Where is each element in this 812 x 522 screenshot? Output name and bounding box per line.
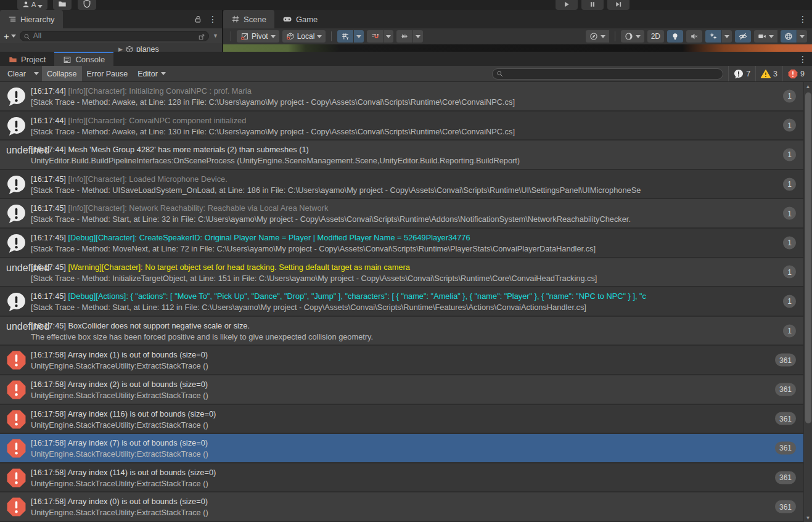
console-scrollbar[interactable]: ▲ ▼: [803, 82, 812, 522]
console-log-entry[interactable]: [16:17:58] Array index (0) is out of bou…: [0, 492, 812, 522]
scrollbar-up-arrow-icon[interactable]: ▲: [804, 82, 812, 91]
console-log-entry[interactable]: [16:17:45] [Info][Character]: Network Re…: [0, 199, 812, 229]
avatar-icon: [22, 1, 30, 8]
error-count: 9: [800, 70, 805, 78]
step-button[interactable]: [607, 0, 630, 10]
scrollbar-down-arrow-icon[interactable]: ▼: [804, 513, 812, 522]
lock-icon[interactable]: [194, 15, 202, 23]
camera-settings-button[interactable]: [754, 30, 777, 43]
console-log-entry[interactable]: [16:17:58] Array index (114) is out of b…: [0, 463, 812, 493]
log-count-badge: 361: [775, 383, 796, 396]
account-button[interactable]: A: [17, 0, 47, 10]
play-button[interactable]: [556, 0, 578, 10]
console-log-entry[interactable]: undefined[16:17:45] [Warning][Character]…: [0, 258, 812, 288]
console-log-entry[interactable]: undefined[16:17:45] BoxCollider does not…: [0, 317, 812, 346]
clear-dropdown[interactable]: [31, 66, 42, 81]
version-control-button[interactable]: [53, 0, 72, 10]
gizmos-button[interactable]: [781, 30, 797, 43]
console-log-entry[interactable]: [16:17:45] [Debug][Character]: CreateSpe…: [0, 229, 812, 258]
lighting-toggle-button[interactable]: [667, 30, 683, 43]
scroll-down-arrow-icon[interactable]: ▼: [213, 33, 218, 39]
tab-console[interactable]: Console: [54, 52, 113, 66]
console-log-entry[interactable]: [16:17:45] [Debug][Actions]: { "actions"…: [0, 287, 812, 317]
log-message: Array index (0) is out of bounds (size=0…: [68, 497, 208, 506]
2d-toggle-button[interactable]: 2D: [647, 30, 664, 43]
grid-y-button[interactable]: [337, 30, 353, 43]
hierarchy-search-input[interactable]: [33, 31, 195, 40]
console-log-entry[interactable]: [16:17:44] [Info][Character]: ConvaiNPC …: [0, 112, 812, 141]
audio-toggle-button[interactable]: [686, 30, 702, 43]
open-in-window-icon[interactable]: [198, 32, 205, 39]
snap-button[interactable]: [367, 30, 383, 43]
clear-button[interactable]: Clear: [2, 66, 31, 81]
log-message: Array index (1) is out of bounds (size=0…: [68, 350, 208, 359]
log-message: [Warning][Character]: No target object s…: [68, 263, 410, 272]
log-count-badge: 361: [775, 412, 796, 425]
hierarchy-search-box[interactable]: [20, 31, 209, 41]
console-log-entry[interactable]: undefined[16:17:44] Mesh 'Mesh Group 428…: [0, 141, 812, 170]
hidden-objects-toggle-button[interactable]: [735, 30, 751, 43]
console-search-input[interactable]: [506, 70, 719, 78]
log-message: [Debug][Character]: CreateSpeakerID: Ori…: [68, 233, 470, 242]
log-message: Mesh 'Mesh Group 4282' has more material…: [68, 145, 309, 154]
local-toggle-button[interactable]: Local: [282, 30, 326, 43]
tab-project[interactable]: Project: [0, 52, 54, 66]
effects-dropdown[interactable]: [722, 30, 732, 43]
log-message: [Info][Character]: ConvaiNPC component i…: [68, 116, 247, 125]
collapse-button[interactable]: Collapse: [42, 66, 82, 81]
log-stack-trace: [Stack Trace - Method: UISaveLoadSystem_…: [31, 185, 812, 197]
game-tab-label: Game: [296, 15, 318, 24]
pause-button[interactable]: [581, 0, 604, 10]
scrollbar-thumb[interactable]: [805, 92, 811, 423]
tab-game[interactable]: Game: [274, 10, 326, 28]
log-stack-trace: [Stack Trace - Method: Awake, at Line: 1…: [31, 126, 812, 138]
warning-count-toggle[interactable]: 3: [755, 66, 782, 81]
tab-hierarchy[interactable]: Hierarchy: [0, 10, 63, 28]
unity-editor-window: A Hierarchy: [0, 0, 812, 522]
console-toolbar: Clear Collapse Error Pause Editor 7: [0, 66, 812, 82]
add-object-button[interactable]: +: [4, 31, 16, 41]
log-stack-trace: UnityEngine.StackTraceUtility:ExtractSta…: [31, 449, 812, 460]
log-timestamp: [16:17:58]: [31, 468, 66, 477]
console-log-entry[interactable]: [16:17:44] [Info][Character]: Initializi…: [0, 82, 812, 112]
console-log-list: [16:17:44] [Info][Character]: Initializi…: [0, 82, 812, 522]
gizmos-dropdown[interactable]: [797, 30, 807, 43]
console-log-entry[interactable]: [16:17:58] Array index (2) is out of bou…: [0, 375, 812, 405]
info-log-icon: [6, 292, 27, 312]
error-count-toggle[interactable]: 9: [782, 66, 810, 81]
kebab-menu-icon[interactable]: ⋮: [798, 55, 807, 63]
snap-dropdown[interactable]: [383, 30, 393, 43]
increment-snap-button[interactable]: [396, 30, 412, 43]
console-log-entry[interactable]: [16:17:58] Array index (1) is out of bou…: [0, 346, 812, 375]
chevron-down-icon: [601, 35, 605, 38]
draw-mode-button[interactable]: [586, 30, 609, 43]
kebab-menu-icon[interactable]: ⋮: [798, 15, 807, 23]
console-log-entry[interactable]: [16:17:45] [Info][Character]: Loaded Mic…: [0, 170, 812, 200]
log-count-badge: 361: [775, 471, 796, 484]
chevron-down-icon: [38, 5, 43, 8]
error-pause-label: Error Pause: [87, 70, 128, 78]
kebab-menu-icon[interactable]: ⋮: [208, 15, 217, 23]
pivot-toggle-button[interactable]: Pivot: [237, 30, 279, 43]
editor-dropdown-button[interactable]: Editor: [133, 66, 171, 81]
effects-toggle-button[interactable]: [705, 30, 721, 43]
expand-arrow-icon[interactable]: ▶: [118, 46, 123, 52]
lightbulb-icon: [671, 32, 679, 41]
scene-viewport-sliver[interactable]: [223, 44, 812, 52]
tab-scene[interactable]: Scene: [223, 10, 274, 28]
console-search-box[interactable]: [492, 68, 723, 80]
hierarchy-tab-label: Hierarchy: [20, 15, 55, 24]
console-log-entry[interactable]: [16:17:58] Array index (7) is out of bou…: [0, 434, 812, 463]
console-log-entry[interactable]: [16:17:58] Array index (116) is out of b…: [0, 405, 812, 434]
chevron-down-icon: [11, 35, 16, 38]
tree-item-planes[interactable]: ▶ planes: [0, 43, 222, 52]
error-pause-button[interactable]: Error Pause: [82, 66, 133, 81]
increment-snap-dropdown[interactable]: [413, 30, 423, 43]
console-tab-label: Console: [75, 55, 105, 64]
services-button[interactable]: [78, 0, 96, 10]
shading-mode-button[interactable]: [621, 30, 644, 43]
compass-icon: [589, 32, 598, 41]
grid-y-dropdown[interactable]: [354, 30, 364, 43]
info-count-toggle[interactable]: 7: [728, 66, 755, 81]
log-timestamp: [16:17:45]: [31, 321, 66, 330]
